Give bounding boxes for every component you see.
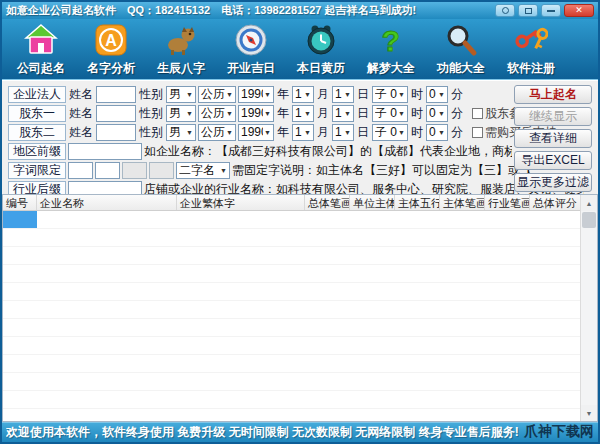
app-window: 如意企业公司起名软件 QQ：182415132 电话：13982281527 起… xyxy=(0,0,600,444)
table-row[interactable] xyxy=(3,301,580,319)
shareholder-2-name-input[interactable] xyxy=(96,124,136,141)
shareholder-1-gender-select[interactable]: 男▼ xyxy=(166,105,196,122)
shareholder-2-day-select[interactable]: 1▼ xyxy=(332,124,354,141)
chevron-down-icon: ▼ xyxy=(438,110,445,117)
shareholder-1-calendar-select[interactable]: 公历▼ xyxy=(198,105,236,122)
table-row[interactable] xyxy=(3,373,580,391)
legal-person-year-select[interactable]: 1990▼ xyxy=(238,86,274,103)
toolbar-button-birth-bazi[interactable]: 生辰八字 xyxy=(146,21,216,79)
chevron-down-icon: ▼ xyxy=(264,110,271,117)
legal-person-hour-select[interactable]: 子 0▼ xyxy=(372,86,408,103)
buy-support-checkbox[interactable] xyxy=(472,127,483,138)
skin-icon xyxy=(502,7,509,14)
shareholder-1-year-select[interactable]: 1990▼ xyxy=(238,105,274,122)
scroll-up-icon[interactable]: ▲ xyxy=(581,195,597,211)
shareholder-participate-checkbox[interactable] xyxy=(472,108,483,119)
shareholder-2-year-select[interactable]: 1990▼ xyxy=(238,124,274,141)
shareholder-2-minute-select[interactable]: 0▼ xyxy=(426,124,448,141)
close-icon: ✕ xyxy=(575,6,583,15)
skin-button[interactable] xyxy=(495,4,515,17)
shareholder-1-hour-select[interactable]: 子 0▼ xyxy=(372,105,408,122)
toolbar-button-opening-day[interactable]: 开业吉日 xyxy=(216,21,286,79)
chevron-down-icon: ▼ xyxy=(304,110,311,117)
export-excel-button[interactable]: 导出EXCEL xyxy=(514,151,592,170)
selected-cell[interactable] xyxy=(3,211,37,228)
toolbar-button-company-naming[interactable]: 公司起名 xyxy=(6,21,76,79)
toolbar-button-daily-almanac[interactable]: 本日黄历 xyxy=(286,21,356,79)
column-header-unit-subject[interactable]: 单位主体 xyxy=(350,195,395,210)
table-row[interactable] xyxy=(3,265,580,283)
vertical-scrollbar[interactable]: ▲ ▼ xyxy=(580,195,597,421)
maximize-icon xyxy=(525,8,532,14)
watermark-text: 爪神下载网 xyxy=(524,423,594,441)
table-row[interactable] xyxy=(3,319,580,337)
column-header-total-strokes[interactable]: 总体笔画 xyxy=(305,195,350,210)
compass-icon xyxy=(232,21,270,59)
shareholder-1-minute-select[interactable]: 0▼ xyxy=(426,105,448,122)
table-row[interactable] xyxy=(3,211,580,229)
table-row[interactable] xyxy=(3,229,580,247)
month-label: 月 xyxy=(317,124,329,141)
column-header-industry-strokes[interactable]: 行业笔画 xyxy=(485,195,530,210)
column-header-subject-strokes[interactable]: 主体笔画 xyxy=(440,195,485,210)
shareholder-1-day-select[interactable]: 1▼ xyxy=(332,105,354,122)
table-row[interactable] xyxy=(3,283,580,301)
question-mark-icon: ? xyxy=(372,21,410,59)
horse-icon xyxy=(162,21,200,59)
hour-label: 时 xyxy=(411,86,423,103)
window-title: 如意企业公司起名软件 QQ：182415132 电话：13982281527 起… xyxy=(6,3,416,18)
chevron-down-icon: ▼ xyxy=(344,91,351,98)
shareholder-2-month-select[interactable]: 1▼ xyxy=(292,124,314,141)
table-body xyxy=(3,211,580,421)
view-detail-button[interactable]: 查看详细 xyxy=(514,129,592,148)
table-row[interactable] xyxy=(3,247,580,265)
column-header-total-score[interactable]: 总体评分 xyxy=(530,195,580,210)
column-header-number[interactable]: 编号 xyxy=(3,195,37,210)
table-row[interactable] xyxy=(3,391,580,409)
fixed-word-input-1[interactable] xyxy=(68,162,93,179)
legal-person-day-select[interactable]: 1▼ xyxy=(332,86,354,103)
legal-person-month-select[interactable]: 1▼ xyxy=(292,86,314,103)
close-button[interactable]: ✕ xyxy=(564,4,594,17)
legal-person-name-input[interactable] xyxy=(96,86,136,103)
shareholder-2-calendar-select[interactable]: 公历▼ xyxy=(198,124,236,141)
legal-person-calendar-select[interactable]: 公历▼ xyxy=(198,86,236,103)
chevron-down-icon: ▼ xyxy=(304,129,311,136)
shareholder-2-gender-select[interactable]: 男▼ xyxy=(166,124,196,141)
scrollbar-thumb[interactable] xyxy=(582,212,596,228)
chevron-down-icon: ▼ xyxy=(398,91,405,98)
table-row[interactable] xyxy=(3,337,580,355)
chevron-down-icon: ▼ xyxy=(398,129,405,136)
minimize-button[interactable] xyxy=(541,4,561,17)
column-header-company-name[interactable]: 企业名称 xyxy=(37,195,177,210)
column-header-subject-wuxing[interactable]: 主体五行 xyxy=(395,195,440,210)
shareholder-1-name-input[interactable] xyxy=(96,105,136,122)
column-header-traditional-name[interactable]: 企业繁体字 xyxy=(177,195,305,210)
hour-label: 时 xyxy=(411,105,423,122)
more-filter-button[interactable]: 显示更多过滤 xyxy=(514,173,592,192)
region-prefix-input[interactable] xyxy=(68,143,142,160)
name-length-select[interactable]: 二字名▼ xyxy=(176,162,230,179)
row-label-word-limit: 字词限定 xyxy=(8,162,66,179)
toolbar-button-dream-dictionary[interactable]: ? 解梦大全 xyxy=(356,21,426,79)
toolbar-label: 公司起名 xyxy=(17,60,65,77)
shareholder-1-month-select[interactable]: 1▼ xyxy=(292,105,314,122)
toolbar-button-name-analysis[interactable]: A 名字分析 xyxy=(76,21,146,79)
scroll-down-icon[interactable]: ▼ xyxy=(581,405,597,421)
maximize-button[interactable] xyxy=(518,4,538,17)
table-row[interactable] xyxy=(3,355,580,373)
toolbar-button-all-features[interactable]: 功能大全 xyxy=(426,21,496,79)
year-label: 年 xyxy=(277,105,289,122)
toolbar-button-software-register[interactable]: 软件注册 xyxy=(496,21,566,79)
shareholder-2-hour-select[interactable]: 子 0▼ xyxy=(372,124,408,141)
row-label-region-prefix: 地区前缀 xyxy=(8,143,66,160)
chevron-down-icon: ▼ xyxy=(398,110,405,117)
fixed-word-input-2[interactable] xyxy=(95,162,120,179)
legal-person-minute-select[interactable]: 0▼ xyxy=(426,86,448,103)
year-label: 年 xyxy=(277,86,289,103)
legal-person-gender-select[interactable]: 男▼ xyxy=(166,86,196,103)
month-label: 月 xyxy=(317,105,329,122)
start-naming-button[interactable]: 马上起名 xyxy=(514,85,592,104)
svg-text:A: A xyxy=(105,32,117,49)
continue-show-button[interactable]: 继续显示 xyxy=(514,107,592,126)
